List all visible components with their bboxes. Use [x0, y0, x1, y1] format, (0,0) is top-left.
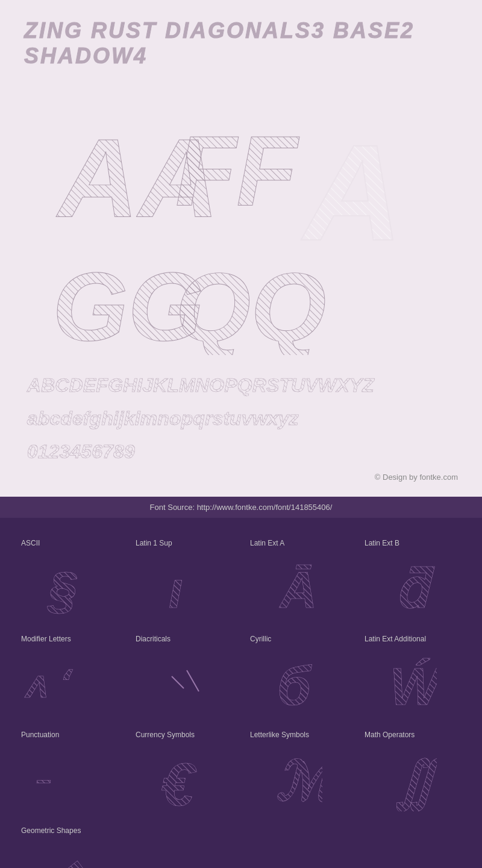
glyph-label-punctuation: Punctuation	[18, 731, 120, 739]
svg-text:Ā: Ā	[279, 561, 317, 618]
glyph-label-letterlike: Letterlike Symbols	[247, 731, 349, 739]
glyph-cell-latin1sup: Latin 1 Sup ı	[127, 530, 241, 626]
glyph-cell-punctuation: Punctuation –	[12, 722, 127, 817]
sample-text-lines: ABCDEFGHIJKLMNOPQRSTUVWXYZ abcdefghijklm…	[24, 367, 458, 467]
glyph-cell-geoshapes: Geometric Shapes ◆	[12, 817, 127, 868]
glyph-currency-svg: €	[160, 742, 208, 814]
alphabet-upper-text: ABCDEFGHIJKLMNOPQRSTUVWXYZ	[27, 374, 375, 396]
glyph-letterlike-svg: ℳ	[274, 745, 322, 811]
digits-text: 0123456789	[27, 441, 135, 462]
svg-text:◆: ◆	[48, 850, 93, 868]
glyph-char-container-latinexta: Ā	[247, 556, 349, 617]
glyph-cell-latinextb: Latin Ext B ƌ	[355, 530, 470, 626]
glyph-char-container-latin1sup: ı	[133, 556, 235, 617]
svg-text:ƌ: ƌ	[395, 561, 435, 618]
svg-line-23	[172, 676, 184, 688]
glyph-char-container-cyrillic: б	[247, 652, 349, 712]
font-source-bar: Font Source: http://www.fontke.com/font/…	[0, 497, 482, 518]
glyph-char-container-diacriticals	[133, 652, 235, 712]
glyph-grid: ASCII § Latin 1 Sup	[12, 530, 470, 817]
glyph-label-ascii: ASCII	[18, 539, 120, 547]
glyph-cyrillic-svg: б	[274, 649, 322, 715]
glyph-latin1sup-svg: ı	[160, 553, 208, 620]
svg-text:€: €	[161, 750, 197, 814]
svg-text:§: §	[47, 561, 77, 618]
glyph-label-currency: Currency Symbols	[133, 731, 235, 739]
glyph-geoshapes-svg: ◆	[45, 841, 93, 868]
svg-text:∬: ∬	[395, 752, 437, 811]
glyph-cell-cyrillic: Cyrillic б	[241, 626, 355, 722]
glyph-label-latinextb: Latin Ext B	[362, 539, 464, 547]
svg-text:ı: ı	[169, 561, 183, 618]
glyph-latinextb-svg: ƌ	[389, 553, 437, 620]
glyph-char-container-latinextadd: Ẃ	[362, 652, 464, 712]
glyph-latinexta-svg: Ā	[274, 553, 322, 620]
glyph-latinextadd-svg: Ẃ	[389, 649, 437, 715]
glyph-label-diacriticals: Diacriticals	[133, 635, 235, 643]
glyph-cell-latinextadd: Latin Ext Additional Ẃ	[355, 626, 470, 722]
glyph-ascii-svg: §	[45, 553, 93, 620]
geoshapes-row: Geometric Shapes ◆	[12, 817, 470, 868]
alphabet-lower-text: abcdefghijklmnopqrstuvwxyz	[27, 407, 299, 429]
glyph-section: ASCII § Latin 1 Sup	[0, 518, 482, 868]
glyph-diacriticals-svg	[160, 658, 208, 706]
glyph-char-container-ascii: §	[18, 556, 120, 617]
glyph-label-geoshapes: Geometric Shapes	[18, 826, 120, 835]
svg-text:ʌ  ʻ: ʌ ʻ	[24, 665, 73, 705]
glyph-char-container-punctuation: –	[18, 748, 120, 808]
glyph-label-mathops: Math Operators	[362, 731, 464, 739]
glyph-cell-diacriticals: Diacriticals	[127, 626, 241, 722]
glyph-punctuation-svg: –	[33, 760, 105, 796]
glyph-cell-latinexta: Latin Ext A Ā	[241, 530, 355, 626]
svg-text:Ẃ: Ẃ	[390, 656, 437, 715]
svg-text:FF: FF	[175, 115, 299, 227]
large-chars-svg: AA FF A	[24, 87, 458, 256]
credit: © Design by fontke.com	[24, 473, 458, 485]
glyph-modletters-svg: ʌ ʻ	[21, 658, 117, 706]
glyph-label-latin1sup: Latin 1 Sup	[133, 539, 235, 547]
glyph-mathops-svg: ∬	[389, 745, 437, 811]
glyph-label-latinextadd: Latin Ext Additional	[362, 635, 464, 643]
svg-line-24	[187, 670, 199, 691]
alphabet-lower-svg: abcdefghijklmnopqrstuvwxyz	[24, 400, 458, 433]
glyph-label-modletters: Modifier Letters	[18, 635, 120, 643]
glyph-char-container-currency: €	[133, 748, 235, 808]
font-title: ZING RUST DIAGONALS3 BASE2 SHADOW4	[24, 18, 458, 69]
glyph-cell-letterlike: Letterlike Symbols ℳ	[241, 722, 355, 817]
glyph-char-container-mathops: ∬	[362, 748, 464, 808]
svg-text:б: б	[277, 656, 312, 715]
alphabet-upper-svg: ABCDEFGHIJKLMNOPQRSTUVWXYZ	[24, 367, 458, 400]
glyph-cell-currency: Currency Symbols €	[127, 722, 241, 817]
svg-text:ℳ: ℳ	[275, 752, 322, 811]
glyph-char-container-latinextb: ƌ	[362, 556, 464, 617]
medium-chars-svg: GG QQ	[24, 234, 458, 355]
digits-svg: 0123456789	[24, 433, 458, 467]
glyph-char-container-modletters: ʌ ʻ	[18, 652, 120, 712]
glyph-label-cyrillic: Cyrillic	[247, 635, 349, 643]
glyph-cell-modletters: Modifier Letters ʌ ʻ	[12, 626, 127, 722]
glyph-char-container-letterlike: ℳ	[247, 748, 349, 808]
font-source-text: Font Source: http://www.fontke.com/font/…	[150, 503, 333, 512]
svg-text:–: –	[36, 764, 51, 795]
glyph-char-container-geoshapes: ◆	[18, 844, 120, 868]
glyph-cell-ascii: ASCII §	[12, 530, 127, 626]
svg-text:QQ: QQ	[175, 253, 327, 355]
preview-section: ZING RUST DIAGONALS3 BASE2 SHADOW4 AA FF	[0, 0, 482, 497]
glyph-label-latinexta: Latin Ext A	[247, 539, 349, 547]
glyph-cell-mathops: Math Operators ∬	[355, 722, 470, 817]
